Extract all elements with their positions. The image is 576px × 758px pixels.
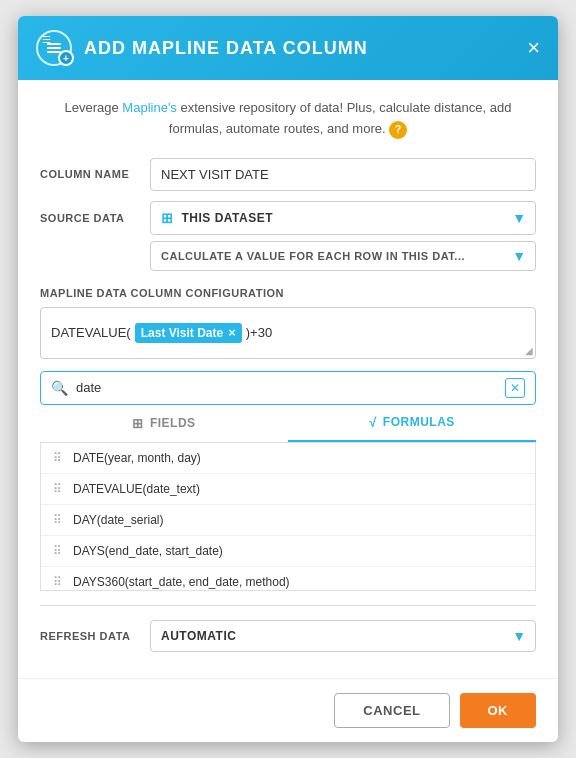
search-row: 🔍 ✕ — [40, 371, 536, 405]
source-data-row: SOURCE DATA ⊞ THIS DATASET ▼ — [40, 201, 536, 235]
list-item[interactable]: ⠿ DATEVALUE(date_text) — [41, 474, 535, 505]
refresh-value: AUTOMATIC — [161, 629, 236, 643]
divider — [40, 605, 536, 606]
list-item-text: DAYS360(start_date, end_date, method) — [73, 575, 290, 589]
list-item-icon: ⠿ — [53, 544, 63, 558]
refresh-button[interactable]: AUTOMATIC — [150, 620, 536, 652]
list-item-text: DAYS(end_date, start_date) — [73, 544, 223, 558]
list-item[interactable]: ⠿ DATE(year, month, day) — [41, 443, 535, 474]
config-suffix: )+30 — [246, 325, 272, 340]
grid-icon: ⊞ — [161, 210, 174, 226]
source-data-label: SOURCE DATA — [40, 212, 150, 224]
config-tag: Last Visit Date × — [135, 323, 242, 343]
calc-select[interactable]: CALCULATE A VALUE FOR EACH ROW IN THIS D… — [150, 241, 536, 271]
calc-value: CALCULATE A VALUE FOR EACH ROW IN THIS D… — [161, 250, 465, 262]
refresh-row: REFRESH DATA AUTOMATIC ▼ — [40, 620, 536, 652]
header-left: + ADD MAPLINE DATA COLUMN — [36, 30, 368, 66]
dialog-footer: CANCEL OK — [18, 678, 558, 742]
fields-tab-icon: ⊞ — [132, 416, 144, 431]
config-prefix: DATEVALUE( — [51, 325, 131, 340]
formulas-tab-label: FORMULAS — [383, 415, 455, 429]
dialog-header: + ADD MAPLINE DATA COLUMN × — [18, 16, 558, 80]
list-item-icon: ⠿ — [53, 482, 63, 496]
list-item-text: DAY(date_serial) — [73, 513, 163, 527]
dialog-title: ADD MAPLINE DATA COLUMN — [84, 38, 368, 59]
refresh-select[interactable]: AUTOMATIC ▼ — [150, 620, 536, 652]
list-item-text: DATE(year, month, day) — [73, 451, 201, 465]
list-item[interactable]: ⠿ DAYS360(start_date, end_date, method) — [41, 567, 535, 591]
cancel-button[interactable]: CANCEL — [334, 693, 449, 728]
calc-button[interactable]: CALCULATE A VALUE FOR EACH ROW IN THIS D… — [150, 241, 536, 271]
config-section-title: MAPLINE DATA COLUMN CONFIGURATION — [40, 287, 536, 299]
mapline-link[interactable]: Mapline's — [122, 100, 177, 115]
formulas-tab-icon: √ — [369, 415, 377, 430]
formula-list: ⠿ DATE(year, month, day) ⠿ DATEVALUE(dat… — [40, 443, 536, 591]
subtitle-text: Leverage Mapline's extensive repository … — [40, 98, 536, 140]
help-icon[interactable]: ? — [389, 121, 407, 139]
fields-tab-label: FIELDS — [150, 416, 196, 430]
list-item-text: DATEVALUE(date_text) — [73, 482, 200, 496]
config-tag-label: Last Visit Date — [141, 326, 223, 340]
config-tag-remove[interactable]: × — [228, 326, 236, 339]
add-mapline-dialog: + ADD MAPLINE DATA COLUMN × Leverage Map… — [18, 16, 558, 742]
tab-fields[interactable]: ⊞ FIELDS — [40, 405, 288, 442]
source-data-value: THIS DATASET — [182, 211, 274, 225]
close-button[interactable]: × — [527, 37, 540, 59]
list-item-icon: ⠿ — [53, 513, 63, 527]
column-name-row: COLUMN NAME — [40, 158, 536, 191]
tabs-row: ⊞ FIELDS √ FORMULAS — [40, 405, 536, 443]
mapline-icon: + — [36, 30, 72, 66]
column-name-input[interactable] — [150, 158, 536, 191]
column-name-label: COLUMN NAME — [40, 168, 150, 180]
list-item[interactable]: ⠿ DAY(date_serial) — [41, 505, 535, 536]
config-box[interactable]: DATEVALUE( Last Visit Date × )+30 ◢ — [40, 307, 536, 359]
source-data-button[interactable]: ⊞ THIS DATASET — [150, 201, 536, 235]
calc-row: CALCULATE A VALUE FOR EACH ROW IN THIS D… — [40, 241, 536, 271]
tab-formulas[interactable]: √ FORMULAS — [288, 405, 536, 442]
source-data-select[interactable]: ⊞ THIS DATASET ▼ — [150, 201, 536, 235]
refresh-label: REFRESH DATA — [40, 630, 150, 642]
search-input[interactable] — [76, 380, 497, 395]
resize-handle-icon: ◢ — [525, 345, 533, 356]
dialog-body: Leverage Mapline's extensive repository … — [18, 80, 558, 678]
ok-button[interactable]: OK — [460, 693, 537, 728]
search-icon: 🔍 — [51, 380, 68, 396]
list-item[interactable]: ⠿ DAYS(end_date, start_date) — [41, 536, 535, 567]
list-item-icon: ⠿ — [53, 451, 63, 465]
search-clear-button[interactable]: ✕ — [505, 378, 525, 398]
list-item-icon: ⠿ — [53, 575, 63, 589]
